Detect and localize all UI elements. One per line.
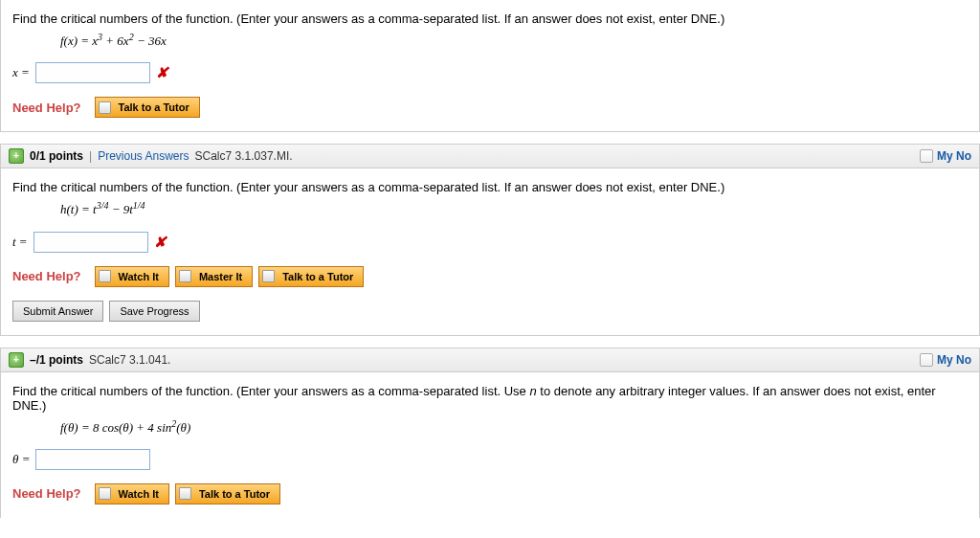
question-3: + –/1 points SCalc7 3.1.041. My No Find …	[0, 347, 980, 518]
question-3-prompt: Find the critical numbers of the functio…	[12, 384, 968, 413]
points-label: –/1 points	[30, 353, 83, 367]
question-3-answer-line: θ =	[12, 449, 968, 470]
my-notes-label: My No	[937, 353, 971, 367]
question-2-var-label: t =	[12, 235, 28, 250]
question-3-formula: f(θ) = 8 cos(θ) + 4 sin2(θ)	[60, 418, 968, 436]
question-source: SCalc7 3.1.037.MI.	[195, 149, 293, 163]
need-help-label: Need Help?	[12, 101, 81, 115]
expand-icon[interactable]: +	[9, 148, 24, 164]
my-notes-label: My No	[937, 149, 971, 163]
question-source: SCalc7 3.1.041.	[89, 353, 170, 367]
header-left: + 0/1 points | Previous Answers SCalc7 3…	[9, 148, 293, 164]
question-3-header: + –/1 points SCalc7 3.1.041. My No	[1, 348, 979, 372]
need-help-label: Need Help?	[12, 486, 81, 501]
question-2-answer-line: t = ✘	[12, 232, 968, 253]
question-2-prompt: Find the critical numbers of the functio…	[12, 180, 968, 194]
points-label: 0/1 points	[30, 149, 83, 163]
question-1-var-label: x =	[12, 65, 30, 80]
question-3-help-row: Need Help? Watch It Talk to a Tutor	[12, 483, 968, 504]
incorrect-icon: ✘	[156, 64, 168, 81]
question-3-var-label: θ =	[12, 452, 30, 467]
question-1-answer-input[interactable]	[35, 62, 150, 83]
expand-icon[interactable]: +	[9, 352, 24, 368]
my-notes-link[interactable]: My No	[920, 149, 971, 163]
need-help-label: Need Help?	[12, 269, 81, 283]
my-notes-link[interactable]: My No	[920, 353, 971, 367]
separator: |	[89, 149, 92, 163]
talk-to-tutor-button[interactable]: Talk to a Tutor	[175, 483, 280, 504]
question-1-formula: f(x) = x3 + 6x2 − 36x	[60, 32, 968, 49]
save-progress-button[interactable]: Save Progress	[109, 301, 199, 322]
header-left: + –/1 points SCalc7 3.1.041.	[9, 352, 170, 368]
question-2-header: + 0/1 points | Previous Answers SCalc7 3…	[1, 145, 979, 168]
submit-answer-button[interactable]: Submit Answer	[12, 301, 103, 322]
master-it-button[interactable]: Master It	[175, 266, 253, 287]
question-1-body: Find the critical numbers of the functio…	[1, 0, 979, 131]
question-3-body: Find the critical numbers of the functio…	[1, 372, 979, 518]
watch-it-button[interactable]: Watch It	[95, 483, 169, 504]
previous-answers-link[interactable]: Previous Answers	[98, 149, 189, 163]
question-2-body: Find the critical numbers of the functio…	[1, 168, 979, 334]
talk-to-tutor-button[interactable]: Talk to a Tutor	[95, 97, 200, 118]
incorrect-icon: ✘	[154, 234, 167, 251]
question-2-formula: h(t) = t3/4 − 9t1/4	[60, 200, 968, 217]
notes-icon	[920, 149, 933, 163]
question-2-help-row: Need Help? Watch It Master It Talk to a …	[12, 266, 968, 287]
question-2-answer-input[interactable]	[33, 232, 148, 253]
notes-icon	[920, 353, 933, 367]
talk-to-tutor-button[interactable]: Talk to a Tutor	[258, 266, 364, 287]
question-1-help-row: Need Help? Talk to a Tutor	[12, 97, 968, 118]
question-3-answer-input[interactable]	[35, 449, 150, 470]
question-2-action-row: Submit Answer Save Progress	[12, 301, 968, 322]
question-1-answer-line: x = ✘	[12, 62, 968, 83]
watch-it-button[interactable]: Watch It	[95, 266, 169, 287]
question-2: + 0/1 points | Previous Answers SCalc7 3…	[0, 144, 980, 335]
question-1-prompt: Find the critical numbers of the functio…	[12, 11, 968, 26]
question-1: Find the critical numbers of the functio…	[0, 0, 980, 132]
